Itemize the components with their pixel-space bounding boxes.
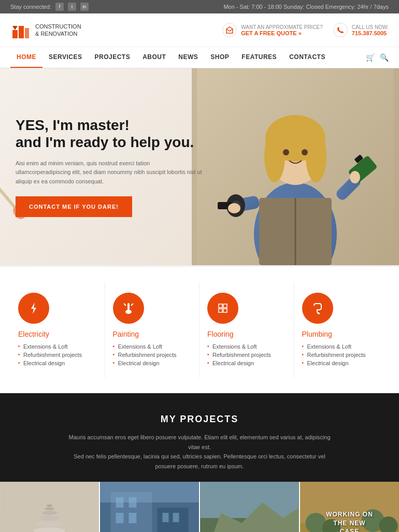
- header-right: WANT AN APPROXIMATE PRICE? GET A FREE QU…: [222, 23, 389, 37]
- hero-image: [192, 68, 399, 265]
- svg-point-44: [42, 511, 58, 515]
- phone-section: CALL US NOW: 715.387.5005: [333, 23, 389, 37]
- flooring-item-3: Electrical design: [207, 359, 286, 367]
- project-cell-2[interactable]: [100, 482, 199, 532]
- linkedin-icon[interactable]: in: [80, 3, 89, 11]
- electricity-item-2: Refurbishment projects: [18, 351, 97, 359]
- svg-rect-2: [25, 28, 29, 38]
- header-cta: WANT AN APPROXIMATE PRICE? GET A FREE QU…: [222, 23, 323, 37]
- main-nav: HOME SERVICES PROJECTS ABOUT NEWS SHOP F…: [0, 47, 399, 68]
- nav-contacts[interactable]: CONTACTS: [283, 47, 332, 68]
- facebook-icon[interactable]: f: [55, 3, 64, 11]
- painting-title: Painting: [113, 330, 192, 338]
- svg-point-45: [45, 507, 55, 510]
- hours-text: Mon - Sat: 7:00 - 18:00 Sunday: Closed E…: [223, 4, 389, 10]
- svg-point-31: [216, 301, 230, 315]
- logo-line2: & RENOVATION: [35, 30, 81, 37]
- project-cell-1[interactable]: [0, 482, 99, 532]
- svg-point-28: [125, 310, 132, 314]
- plumbing-item-1: Extensions & Loft: [302, 342, 381, 351]
- plumbing-item-2: Refurbishment projects: [302, 351, 381, 359]
- flooring-item-1: Extensions & Loft: [207, 342, 286, 351]
- svg-point-11: [302, 149, 308, 155]
- project-label: WORKING ON THE NEW CASE: [325, 510, 375, 532]
- plumbing-icon: [302, 293, 333, 324]
- service-electricity: Electricity Extensions & Loft Refurbishm…: [10, 282, 105, 378]
- project-cell-4[interactable]: WORKING ON THE NEW CASE: [300, 482, 399, 532]
- cta-link[interactable]: GET A FREE QUOTE »: [241, 30, 323, 36]
- twitter-icon[interactable]: t: [68, 3, 76, 11]
- flooring-list: Extensions & Loft Refurbishment projects…: [207, 342, 286, 367]
- svg-rect-56: [101, 482, 199, 502]
- project-grid: WORKING ON THE NEW CASE: [0, 482, 399, 532]
- service-plumbing: Plumbing Extensions & Loft Refurbishment…: [294, 282, 389, 378]
- svg-rect-27: [127, 303, 130, 310]
- svg-point-9: [306, 131, 326, 182]
- hero-title: YES, I'm master! and I'm ready to help y…: [16, 117, 202, 151]
- electricity-title: Electricity: [18, 330, 97, 338]
- svg-rect-55: [173, 513, 179, 522]
- cta-label: WANT AN APPROXIMATE PRICE?: [241, 24, 323, 30]
- projects-section: MY PROJECTS Mauris accumsan eros eget li…: [0, 393, 399, 482]
- nav-about[interactable]: ABOUT: [136, 47, 172, 68]
- svg-point-21: [228, 203, 240, 213]
- svg-point-42: [37, 521, 63, 527]
- svg-rect-58: [201, 482, 299, 518]
- cart-icon[interactable]: 🛒: [366, 53, 375, 62]
- flooring-title: Flooring: [207, 330, 286, 338]
- svg-rect-1: [19, 26, 24, 38]
- contact-button[interactable]: CONTACT ME IF YOU DARE!: [16, 196, 132, 217]
- nav-projects[interactable]: PROJECTS: [88, 47, 136, 68]
- painting-list: Extensions & Loft Refurbishment projects…: [113, 342, 192, 367]
- painting-item-2: Refurbishment projects: [113, 351, 192, 359]
- electricity-item-1: Extensions & Loft: [18, 342, 97, 351]
- hero-content: YES, I'm master! and I'm ready to help y…: [0, 96, 218, 238]
- flooring-item-2: Refurbishment projects: [207, 351, 286, 359]
- service-flooring: Flooring Extensions & Loft Refurbishment…: [200, 282, 294, 378]
- service-painting: Painting Extensions & Loft Refurbishment…: [105, 282, 200, 378]
- nav-shop[interactable]: SHOP: [204, 47, 235, 68]
- electricity-item-3: Electrical design: [18, 359, 97, 367]
- plumbing-title: Plumbing: [302, 330, 381, 338]
- svg-rect-0: [12, 30, 18, 38]
- painting-icon: [113, 293, 144, 324]
- plumbing-item-3: Electrical design: [302, 359, 381, 367]
- plumbing-list: Extensions & Loft Refurbishment projects…: [302, 342, 381, 367]
- svg-point-37: [318, 312, 320, 314]
- svg-rect-54: [163, 513, 169, 522]
- nav-icons: 🛒 🔍: [366, 53, 389, 62]
- flooring-icon: [207, 293, 238, 324]
- nav-home[interactable]: HOME: [10, 47, 42, 68]
- svg-point-22: [350, 171, 360, 183]
- services-section: Electricity Extensions & Loft Refurbishm…: [0, 265, 399, 393]
- nav-links: HOME SERVICES PROJECTS ABOUT NEWS SHOP F…: [10, 47, 332, 68]
- svg-marker-3: [12, 26, 18, 30]
- nav-features[interactable]: FEATURES: [235, 47, 283, 68]
- svg-point-43: [39, 515, 60, 521]
- hero-subtitle: Aisi enim ad minim veniam, quis nostrud …: [16, 159, 202, 186]
- logo[interactable]: CONSTRUCTION & RENOVATION: [10, 20, 81, 40]
- hero-section: YES, I'm master! and I'm ready to help y…: [0, 68, 399, 265]
- project-cell-3[interactable]: [200, 482, 299, 532]
- stay-connected-text: Stay connected:: [10, 4, 51, 10]
- nav-news[interactable]: NEWS: [172, 47, 204, 68]
- top-bar-left: Stay connected: f t in: [10, 3, 89, 11]
- search-icon[interactable]: 🔍: [380, 53, 389, 62]
- svg-rect-52: [116, 513, 124, 523]
- quote-icon: [222, 23, 237, 37]
- header: CONSTRUCTION & RENOVATION WANT AN APPROX…: [0, 13, 399, 47]
- phone-icon: [333, 23, 348, 37]
- electricity-icon: [18, 293, 49, 324]
- hero-illustration: [197, 68, 394, 265]
- painting-item-3: Electrical design: [113, 359, 192, 367]
- phone-number[interactable]: 715.387.5005: [352, 30, 389, 36]
- svg-point-10: [283, 149, 289, 155]
- logo-text: CONSTRUCTION & RENOVATION: [35, 23, 81, 38]
- electricity-list: Extensions & Loft Refurbishment projects…: [18, 342, 97, 367]
- nav-services[interactable]: SERVICES: [42, 47, 88, 68]
- svg-point-8: [264, 131, 285, 182]
- projects-title: MY PROJECTS: [10, 414, 389, 425]
- projects-desc: Mauris accumsan eros eget libero posuere…: [65, 433, 334, 471]
- logo-icon: [10, 20, 31, 40]
- call-label: CALL US NOW:: [352, 24, 389, 30]
